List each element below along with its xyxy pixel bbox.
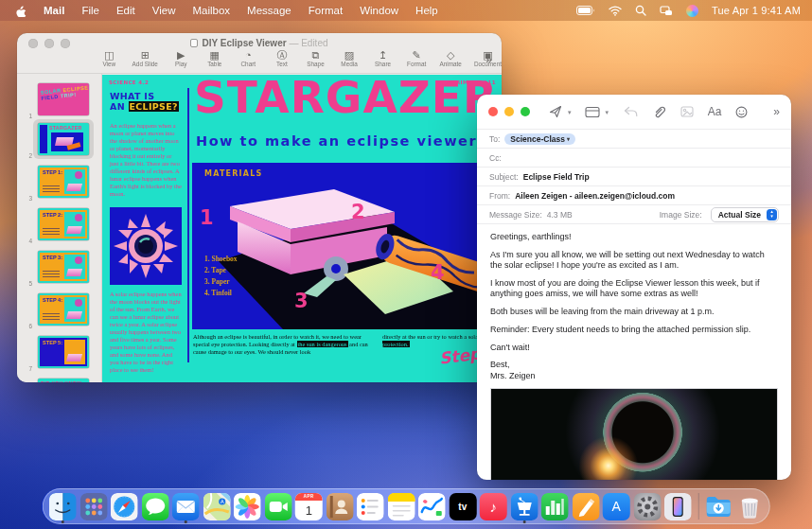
dock-contacts[interactable]: [326, 493, 353, 520]
dock-safari[interactable]: [111, 493, 138, 520]
toolbar-button[interactable]: ⧉ Shape: [305, 49, 327, 67]
dock-mail[interactable]: [172, 493, 200, 520]
battery-icon[interactable]: [576, 6, 595, 15]
toolbar-button[interactable]: ▶ Play: [170, 49, 192, 67]
dock-maps[interactable]: A: [203, 493, 230, 520]
to-field[interactable]: To: Science-Class▾: [477, 130, 791, 149]
dock-launchpad[interactable]: [79, 493, 107, 520]
menu-mailbox[interactable]: Mailbox: [192, 5, 230, 16]
materials-list-item: 4. Tinfoil: [204, 288, 238, 299]
subject-field[interactable]: Subject: Eclipse Field Trip: [477, 168, 791, 186]
dock-freeform[interactable]: [418, 493, 446, 520]
body-paragraph: Best, Mrs. Zeigen: [490, 360, 778, 381]
minimize-button[interactable]: [504, 107, 514, 116]
dock-finder[interactable]: [49, 493, 77, 520]
slide-thumbnail-1[interactable]: 1 SOLAR ECLIPSE FIELD TRIP!: [17, 81, 102, 121]
apple-tv-label: tv: [458, 502, 467, 512]
slide-thumbnail-8[interactable]: 8 DID YOU KNOW: [17, 377, 102, 382]
screen-mirroring-icon[interactable]: [660, 6, 673, 16]
emoji-icon[interactable]: [728, 102, 754, 121]
dock-pages[interactable]: [572, 493, 599, 520]
toolbar-icon: ✎: [413, 49, 421, 61]
finder-running-dot: [62, 520, 64, 523]
dock-app-store[interactable]: A: [603, 493, 630, 520]
menubar-clock[interactable]: Tue Apr 1 9:41 AM: [712, 5, 801, 16]
mail-compose-window: ▾ ▾ Aa »: [477, 95, 791, 480]
menu-bar: Mail File Edit View Mailbox Message Form…: [0, 0, 812, 21]
menu-help[interactable]: Help: [415, 5, 438, 16]
header-fields-icon[interactable]: [581, 102, 604, 121]
slide-thumbnail-2-selected[interactable]: 2 STARGAZER: [17, 121, 102, 161]
toolbar-button[interactable]: ⊞ Add Slide: [132, 49, 158, 67]
menu-app-name[interactable]: Mail: [44, 5, 64, 16]
message-body-editor[interactable]: Greetings, earthlings!As I'm sure you al…: [477, 224, 791, 381]
dock-keynote[interactable]: [510, 493, 538, 520]
eclipse-photo-attachment[interactable]: [490, 388, 778, 480]
header-fields-chevron-icon[interactable]: ▾: [606, 109, 609, 116]
apple-icon[interactable]: [15, 4, 26, 17]
search-icon[interactable]: [635, 5, 646, 16]
toolbar-button[interactable]: ✎ Format: [406, 49, 428, 67]
menu-view[interactable]: View: [152, 5, 176, 16]
body-paragraph: Reminder: Every student needs to bring t…: [490, 325, 778, 335]
slide-canvas[interactable]: SCIENCE 4.2 EXPERIMENT #11 WHAT IS AN EC…: [102, 75, 502, 382]
slide-thumbnail-6[interactable]: 6 STEP 4:: [17, 291, 102, 331]
dock-music[interactable]: ♪: [480, 493, 507, 520]
dock-calendar[interactable]: APR 1: [295, 493, 323, 520]
material-number-3: 3: [294, 290, 309, 312]
dock-numbers[interactable]: [541, 493, 569, 520]
dock-photos[interactable]: [234, 493, 261, 520]
menu-edit[interactable]: Edit: [116, 5, 135, 16]
dock-system-settings[interactable]: [633, 493, 661, 520]
zoom-button[interactable]: [521, 107, 530, 116]
image-size-select[interactable]: Actual Size ▲▼: [711, 207, 779, 222]
toolbar-button[interactable]: ↥ Share: [372, 49, 394, 67]
recipient-token[interactable]: Science-Class▾: [504, 133, 575, 145]
slide-thumbnail-7[interactable]: 7 STEP 5:: [17, 334, 102, 374]
slide-title: STARGAZER: [194, 75, 498, 123]
menu-message[interactable]: Message: [247, 5, 291, 16]
from-field[interactable]: From: Aileen Zeigen - aileen.zeigen@iclo…: [477, 186, 791, 205]
dock-notes[interactable]: [387, 493, 415, 520]
toolbar-overflow-button[interactable]: »: [773, 105, 780, 118]
menu-window[interactable]: Window: [360, 5, 398, 16]
dock-messages[interactable]: [141, 493, 168, 520]
send-icon[interactable]: [545, 102, 566, 121]
materials-list: 1. Shoebox2. Tape3. Paper4. Tinfoil: [204, 254, 238, 299]
close-button[interactable]: [488, 107, 498, 116]
toolbar-icon: ◇: [447, 49, 454, 61]
toolbar-button[interactable]: ◔ Chart: [238, 49, 259, 67]
toolbar-button[interactable]: Ⓐ Text: [272, 49, 293, 67]
siri-icon[interactable]: [686, 5, 698, 17]
body-paragraph: As I'm sure you all know, we will be set…: [490, 250, 778, 272]
slide-thumbnail-4[interactable]: 4 STEP 2:: [17, 206, 102, 246]
toolbar-button[interactable]: ◫ View: [98, 49, 120, 67]
wifi-icon[interactable]: [609, 6, 622, 16]
material-number-1: 1: [200, 206, 214, 229]
format-button[interactable]: Aa: [701, 102, 728, 121]
dock-reminders[interactable]: [357, 493, 384, 520]
slide-thumbnail-5[interactable]: 5 STEP 3:: [17, 249, 102, 289]
dock-facetime[interactable]: [264, 493, 291, 520]
dock-apple-tv[interactable]: tv: [449, 493, 476, 520]
slide-thumbnail-3[interactable]: 3 STEP 1:: [17, 164, 102, 203]
mail-header-fields: To: Science-Class▾ Cc: Subject: Eclipse …: [477, 129, 791, 224]
reply-icon: [616, 102, 644, 121]
toolbar-button[interactable]: ▨ Media: [339, 49, 361, 67]
dock-downloads[interactable]: [705, 493, 733, 520]
send-chevron-icon[interactable]: ▾: [568, 109, 572, 116]
dock-trash[interactable]: [735, 493, 763, 520]
toolbar-button[interactable]: ▦ Table: [203, 49, 225, 67]
caution-text-col1: Although an eclipse is beautiful, in ord…: [193, 333, 371, 356]
cc-field[interactable]: Cc:: [477, 149, 791, 168]
menu-format[interactable]: Format: [309, 5, 343, 16]
calendar-month: APR: [295, 493, 323, 501]
dock-separator: [697, 493, 698, 520]
attach-icon[interactable]: [644, 102, 673, 121]
toolbar-overflow-button[interactable]: »: [485, 53, 492, 66]
toolbar-button[interactable]: ◇ Animate: [439, 49, 461, 67]
dock-iphone-mirroring[interactable]: [664, 493, 692, 520]
slide-whatis-heading: WHAT IS AN ECLIPSE?: [110, 92, 179, 112]
menu-file[interactable]: File: [81, 5, 99, 16]
desktop-wallpaper: Mail File Edit View Mailbox Message Form…: [0, 0, 812, 529]
